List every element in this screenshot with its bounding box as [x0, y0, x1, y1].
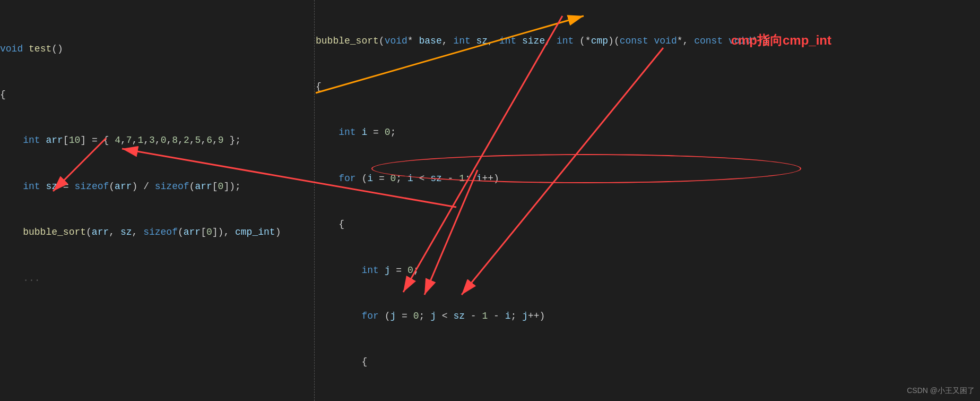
watermark: CSDN @小王又困了: [907, 386, 975, 396]
right-code-block: bubble_sort(void* base, int sz, int size…: [316, 3, 979, 401]
code-area: void test() { int arr[10] = { 4,7,1,3,0,…: [0, 0, 980, 401]
left-code-block: void test() { int arr[10] = { 4,7,1,3,0,…: [0, 11, 318, 401]
cmp-annotation: cmp指向cmp_int: [731, 32, 831, 49]
